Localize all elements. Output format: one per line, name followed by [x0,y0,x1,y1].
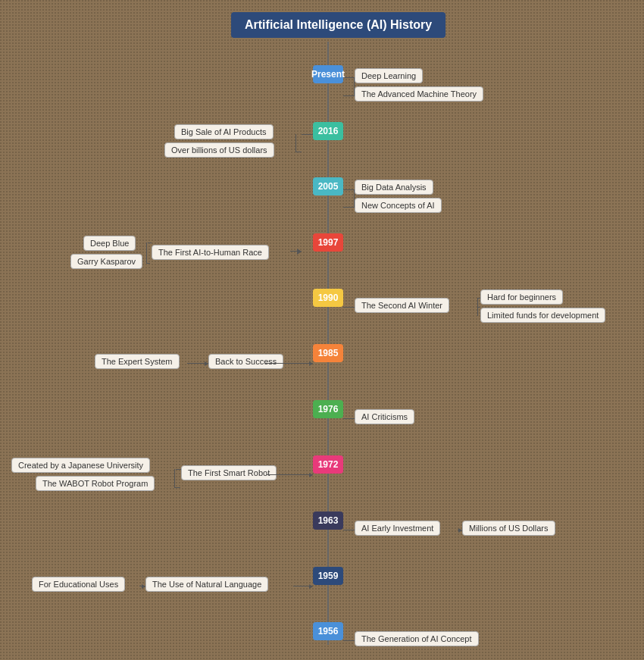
conn [293,586,313,586]
conn [290,251,302,252]
label-second-winter: The Second AI Winter [355,298,449,313]
conn [295,152,302,152]
label-japanese-uni: Created by a Japanese University [11,458,150,473]
label-ai-criticisms: AI Criticisms [355,409,414,424]
conn [174,487,180,488]
label-educational: For Educational Uses [32,577,125,592]
conn [176,469,181,470]
year-1997: 1997 [313,233,343,252]
year-1972: 1972 [313,455,343,474]
label-deep-blue: Deep Blue [83,236,136,251]
conn [477,298,480,299]
year-2016: 2016 [313,122,343,140]
label-hard-beginners: Hard for beginners [480,289,563,305]
conn [343,418,355,419]
title-box: Artificial Intelligence (AI) History [231,12,445,38]
label-ai-early: AI Early Investment [355,521,440,536]
conn [343,77,355,78]
conn [146,263,150,264]
conn [343,530,355,530]
conn [148,242,152,243]
conn [264,363,313,364]
label-big-data: Big Data Analysis [355,180,433,195]
year-1985: 1985 [313,344,343,362]
conn [267,474,313,475]
label-limited-funds: Limited funds for development [480,308,605,323]
label-first-ai-race: The First AI-to-Human Race [152,245,269,260]
year-1976: 1976 [313,400,343,418]
conn-v [477,298,478,316]
conn [343,307,355,308]
year-present: Present [313,65,343,83]
year-1956: 1956 [313,622,343,640]
label-first-smart-robot: The First Smart Robot [181,465,277,480]
conn [187,363,208,364]
conn-v [174,469,175,487]
label-kasparov: Garry Kasparov [70,254,142,269]
year-1963: 1963 [313,511,343,530]
label-big-sale: Big Sale of AI Products [174,124,274,139]
conn-v [146,242,147,263]
year-1990: 1990 [313,289,343,307]
label-back-success: Back to Success [208,354,283,369]
label-millions: Millions of US Dollars [462,521,555,536]
conn-v [354,189,355,207]
timeline-container: Artificial Intelligence (AI) History Pre… [0,0,644,660]
conn-v [295,134,296,152]
conn [139,586,145,586]
conn [343,640,355,641]
label-wabot: The WABOT Robot Program [36,476,155,491]
conn [343,95,355,96]
conn [343,189,355,190]
label-deep-learning: Deep Learning [355,68,423,83]
title-text: Artificial Intelligence (AI) History [245,18,432,31]
year-1959: 1959 [313,567,343,585]
year-2005: 2005 [313,177,343,195]
conn-v [354,77,355,95]
label-natural-language: The Use of Natural Language [145,577,268,592]
conn [302,134,313,135]
label-generation-concept: The Generation of AI Concept [355,631,479,646]
conn [343,207,355,208]
conn [458,530,462,530]
label-new-concepts: New Concepts of AI [355,198,442,213]
label-expert-system: The Expert System [95,354,180,369]
label-billions: Over billions of US dollars [164,142,274,158]
label-advanced-machine: The Advanced Machine Theory [355,86,483,102]
